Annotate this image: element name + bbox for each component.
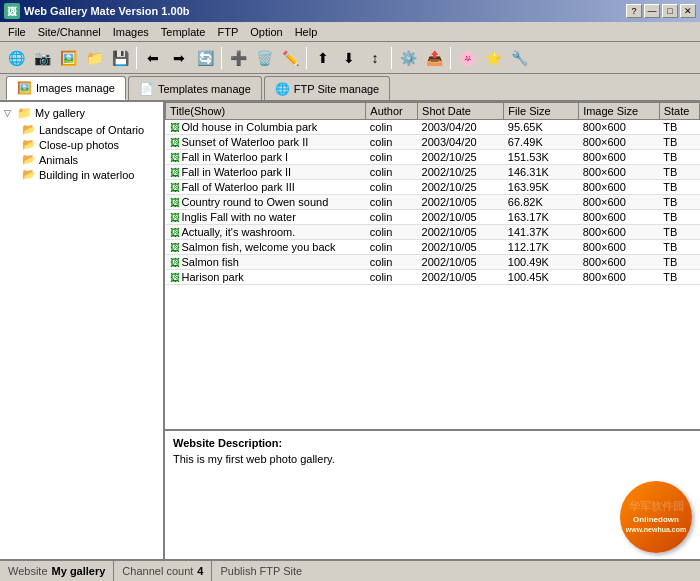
- row-state: TB: [659, 120, 699, 135]
- menu-option[interactable]: Option: [244, 24, 288, 40]
- toolbar-btn-down[interactable]: ⬇: [337, 46, 361, 70]
- table-row[interactable]: 🖼Sunset of Waterloo park II colin 2003/0…: [166, 135, 700, 150]
- title-bar-controls: ? — □ ✕: [626, 4, 696, 18]
- row-author: colin: [366, 150, 418, 165]
- table-row[interactable]: 🖼Inglis Fall with no water colin 2002/10…: [166, 210, 700, 225]
- tree-root[interactable]: ▽ 📁 My gallery: [2, 104, 161, 122]
- tree-child-folder-icon-1: 📂: [22, 138, 36, 151]
- status-bar: Website My gallery Channel count 4 Publi…: [0, 559, 700, 581]
- status-website-label: Website: [8, 565, 48, 577]
- row-filesize: 95.65K: [504, 120, 579, 135]
- toolbar-btn-refresh[interactable]: 🔄: [193, 46, 217, 70]
- toolbar-sep-5: [450, 47, 451, 69]
- table-row[interactable]: 🖼Salmon fish, welcome you back colin 200…: [166, 240, 700, 255]
- row-filesize: 112.17K: [504, 240, 579, 255]
- row-filesize: 141.37K: [504, 225, 579, 240]
- row-imagesize: 800×600: [579, 225, 660, 240]
- row-author: colin: [366, 270, 418, 285]
- menu-help[interactable]: Help: [289, 24, 324, 40]
- row-title: 🖼Fall in Waterloo park I: [166, 150, 366, 165]
- tree-children: 📂 Landscape of Ontario 📂 Close-up photos…: [2, 122, 161, 182]
- row-filesize: 163.95K: [504, 180, 579, 195]
- col-filesize[interactable]: File Size: [504, 103, 579, 120]
- row-shotdate: 2002/10/25: [418, 150, 504, 165]
- toolbar-btn-generate[interactable]: ⚙️: [396, 46, 420, 70]
- toolbar-btn-gear[interactable]: 🔧: [507, 46, 531, 70]
- tree-child-3[interactable]: 📂 Building in waterloo: [20, 167, 161, 182]
- toolbar-btn-up[interactable]: ⬆: [311, 46, 335, 70]
- toolbar-btn-back[interactable]: ⬅: [141, 46, 165, 70]
- toolbar-btn-add[interactable]: ➕: [226, 46, 250, 70]
- row-shotdate: 2002/10/05: [418, 255, 504, 270]
- row-imagesize: 800×600: [579, 255, 660, 270]
- toolbar-btn-image[interactable]: 🖼️: [56, 46, 80, 70]
- table-row[interactable]: 🖼Old house in Columbia park colin 2003/0…: [166, 120, 700, 135]
- row-title: 🖼Country round to Owen sound: [166, 195, 366, 210]
- toolbar-btn-delete[interactable]: 🗑️: [252, 46, 276, 70]
- tab-templates[interactable]: 📄 Templates manage: [128, 76, 262, 100]
- toolbar-btn-edit[interactable]: ✏️: [278, 46, 302, 70]
- row-title: 🖼Salmon fish, welcome you back: [166, 240, 366, 255]
- toolbar-btn-forward[interactable]: ➡: [167, 46, 191, 70]
- toolbar-btn-camera[interactable]: 📷: [30, 46, 54, 70]
- toolbar-btn-folder[interactable]: 📁: [82, 46, 106, 70]
- col-title[interactable]: Title(Show): [166, 103, 366, 120]
- toolbar-btn-sort[interactable]: ↕: [363, 46, 387, 70]
- row-shotdate: 2003/04/20: [418, 135, 504, 150]
- table-row[interactable]: 🖼Fall in Waterloo park II colin 2002/10/…: [166, 165, 700, 180]
- row-author: colin: [366, 195, 418, 210]
- toolbar-sep-4: [391, 47, 392, 69]
- menu-sitechannel[interactable]: Site/Channel: [32, 24, 107, 40]
- row-imagesize: 800×600: [579, 120, 660, 135]
- row-filesize: 100.49K: [504, 255, 579, 270]
- toolbar-btn-publish[interactable]: 📤: [422, 46, 446, 70]
- help-btn[interactable]: ?: [626, 4, 642, 18]
- minimize-btn[interactable]: —: [644, 4, 660, 18]
- tree-child-label-0: Landscape of Ontario: [39, 124, 144, 136]
- table-area[interactable]: Title(Show) Author Shot Date File Size I…: [165, 102, 700, 429]
- row-author: colin: [366, 225, 418, 240]
- col-imagesize[interactable]: Image Size: [579, 103, 660, 120]
- tree-child-0[interactable]: 📂 Landscape of Ontario: [20, 122, 161, 137]
- col-state[interactable]: State: [659, 103, 699, 120]
- toolbar-btn-globe[interactable]: 🌐: [4, 46, 28, 70]
- table-row[interactable]: 🖼Harison park colin 2002/10/05 100.45K 8…: [166, 270, 700, 285]
- tree-child-label-1: Close-up photos: [39, 139, 119, 151]
- menu-images[interactable]: Images: [107, 24, 155, 40]
- toolbar-btn-flower[interactable]: 🌸: [455, 46, 479, 70]
- menu-file[interactable]: File: [2, 24, 32, 40]
- tree-child-2[interactable]: 📂 Animals: [20, 152, 161, 167]
- row-state: TB: [659, 270, 699, 285]
- toolbar-btn-star[interactable]: ⭐: [481, 46, 505, 70]
- table-row[interactable]: 🖼Fall in Waterloo park I colin 2002/10/2…: [166, 150, 700, 165]
- tab-images-icon: 🖼️: [17, 81, 32, 95]
- table-row[interactable]: 🖼Actually, it's washroom. colin 2002/10/…: [166, 225, 700, 240]
- row-state: TB: [659, 135, 699, 150]
- row-author: colin: [366, 255, 418, 270]
- row-imagesize: 800×600: [579, 270, 660, 285]
- close-btn[interactable]: ✕: [680, 4, 696, 18]
- col-author[interactable]: Author: [366, 103, 418, 120]
- row-imagesize: 800×600: [579, 195, 660, 210]
- menu-template[interactable]: Template: [155, 24, 212, 40]
- status-website-value: My gallery: [52, 565, 106, 577]
- row-filesize: 66.82K: [504, 195, 579, 210]
- menu-ftp[interactable]: FTP: [211, 24, 244, 40]
- tab-ftp-label: FTP Site manage: [294, 83, 379, 95]
- maximize-btn[interactable]: □: [662, 4, 678, 18]
- row-author: colin: [366, 210, 418, 225]
- col-shotdate[interactable]: Shot Date: [418, 103, 504, 120]
- row-shotdate: 2002/10/05: [418, 210, 504, 225]
- tree-child-folder-icon-3: 📂: [22, 168, 36, 181]
- toolbar-btn-save[interactable]: 💾: [108, 46, 132, 70]
- table-row[interactable]: 🖼Fall of Waterloo park III colin 2002/10…: [166, 180, 700, 195]
- tree-child-1[interactable]: 📂 Close-up photos: [20, 137, 161, 152]
- tab-images[interactable]: 🖼️ Images manage: [6, 76, 126, 100]
- main-content: ▽ 📁 My gallery 📂 Landscape of Ontario 📂 …: [0, 102, 700, 559]
- row-imagesize: 800×600: [579, 180, 660, 195]
- table-row[interactable]: 🖼Country round to Owen sound colin 2002/…: [166, 195, 700, 210]
- tab-ftp[interactable]: 🌐 FTP Site manage: [264, 76, 390, 100]
- row-author: colin: [366, 120, 418, 135]
- row-shotdate: 2003/04/20: [418, 120, 504, 135]
- table-row[interactable]: 🖼Salmon fish colin 2002/10/05 100.49K 80…: [166, 255, 700, 270]
